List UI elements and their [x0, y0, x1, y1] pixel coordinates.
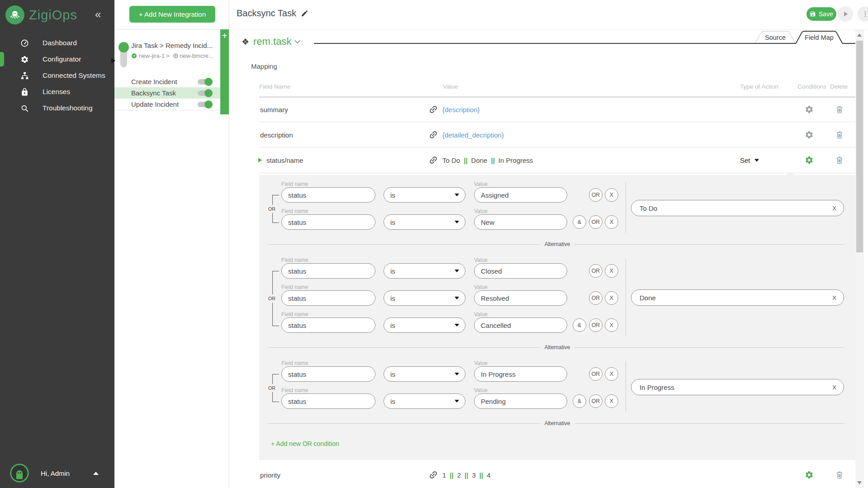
add-task-button[interactable]: +	[220, 31, 229, 40]
sidebar-item-configurator[interactable]: Configurator	[0, 51, 114, 67]
condition-field-input[interactable]: status	[281, 317, 375, 333]
remove-condition-button[interactable]: X	[605, 394, 618, 408]
conditions-gear-icon[interactable]	[805, 470, 814, 479]
user-menu[interactable]: Hi, Admin	[10, 464, 99, 483]
remove-condition-button[interactable]: X	[605, 188, 618, 202]
link-value-icon[interactable]	[428, 470, 438, 480]
sidebar-item-dashboard[interactable]: Dashboard	[0, 35, 114, 51]
task-toggle[interactable]	[198, 79, 211, 85]
scrollbar-thumb[interactable]	[856, 41, 863, 252]
condition-field-input[interactable]: status	[281, 366, 375, 382]
condition-operator-select[interactable]: is	[384, 393, 465, 409]
condition-field-input[interactable]: status	[281, 187, 375, 203]
condition-value-input[interactable]: Resolved	[474, 290, 567, 306]
task-toggle[interactable]	[198, 102, 211, 107]
delete-row-icon[interactable]	[835, 156, 844, 165]
more-options-button[interactable]	[858, 6, 868, 22]
integration-card[interactable]: Jira Task > Remedy Incid... new-jira-1 >…	[114, 29, 220, 76]
condition-value-input[interactable]: Cancelled	[474, 317, 567, 333]
edit-title-icon[interactable]	[301, 9, 308, 17]
condition-output-input[interactable]: To DoX	[631, 200, 844, 216]
add-new-integration-button[interactable]: + Add New Integration	[129, 6, 215, 23]
or-button[interactable]: OR	[589, 318, 602, 332]
sidebar-item-licenses[interactable]: Licenses	[0, 84, 114, 100]
remove-condition-button[interactable]: X	[605, 367, 618, 381]
value-separator: ||	[465, 471, 468, 479]
type-of-action-dropdown[interactable]: Set	[740, 156, 759, 164]
mapped-value[interactable]: To Do||Done||In Progress	[442, 156, 533, 164]
delete-row-icon[interactable]	[835, 105, 844, 114]
panel-collapse-handle-icon[interactable]	[111, 58, 115, 63]
condition-operator-select[interactable]: is	[384, 366, 465, 382]
or-button[interactable]: OR	[589, 215, 602, 229]
remove-condition-button[interactable]: X	[605, 215, 618, 229]
task-label: Create Incident	[131, 78, 177, 85]
save-button[interactable]: Save	[806, 7, 836, 21]
link-value-icon[interactable]	[428, 155, 438, 165]
integration-task-backsync-task[interactable]: Backsync Task	[114, 87, 220, 99]
scroll-down-icon[interactable]	[857, 481, 862, 484]
chevron-down-icon[interactable]	[295, 38, 301, 43]
condition-field-input[interactable]: status	[281, 290, 375, 306]
remove-condition-button[interactable]: X	[605, 318, 618, 332]
link-value-icon[interactable]	[428, 104, 438, 114]
conditions-gear-icon[interactable]	[805, 156, 814, 165]
mapped-value[interactable]: {description}	[442, 106, 480, 114]
and-button[interactable]: &	[573, 394, 586, 408]
condition-value-input[interactable]: In Progress	[474, 366, 567, 382]
run-integration-button[interactable]	[838, 6, 853, 22]
condition-output-input[interactable]: DoneX	[631, 289, 844, 306]
value-label: Value	[474, 257, 488, 263]
clear-output-icon[interactable]: X	[832, 384, 836, 391]
condition-operator-select[interactable]: is	[384, 317, 465, 333]
or-button[interactable]: OR	[589, 264, 602, 278]
user-menu-caret-icon[interactable]	[93, 472, 99, 475]
sidebar-collapse-icon[interactable]: «	[95, 8, 101, 21]
condition-field-input[interactable]: status	[281, 393, 375, 409]
integration-task-update-incident[interactable]: Update Incident	[114, 99, 220, 110]
and-button[interactable]: &	[573, 318, 586, 332]
task-toggle[interactable]	[198, 90, 211, 96]
octopus-logo-icon	[5, 5, 24, 24]
kebab-icon	[861, 10, 868, 18]
condition-operator-select[interactable]: is	[384, 263, 465, 279]
tab-field-map[interactable]: Field Map	[795, 31, 843, 44]
sidebar-item-troubleshooting[interactable]: Troubleshooting	[0, 100, 114, 116]
or-button[interactable]: OR	[589, 367, 602, 381]
condition-field-input[interactable]: status	[281, 214, 375, 230]
entity-selector[interactable]: ❖ rem.task	[242, 36, 302, 47]
integration-task-create-incident[interactable]: Create Incident	[114, 76, 220, 87]
clear-output-icon[interactable]: X	[832, 205, 836, 212]
sidebar-item-connected-systems[interactable]: Connected Systems	[0, 67, 114, 84]
condition-value-input[interactable]: Assigned	[474, 187, 567, 203]
tab-source[interactable]: Source	[754, 31, 796, 44]
condition-operator-select[interactable]: is	[384, 187, 465, 203]
scroll-up-icon[interactable]	[857, 33, 862, 37]
or-button[interactable]: OR	[589, 291, 602, 305]
mapped-value[interactable]: 1||2||3||4	[442, 471, 491, 479]
conditions-gear-icon[interactable]	[805, 130, 814, 139]
expand-row-icon[interactable]	[258, 158, 262, 162]
app-logo: ZigiOps	[5, 5, 77, 24]
condition-value-input[interactable]: New	[474, 214, 567, 230]
clear-output-icon[interactable]: X	[832, 294, 836, 301]
condition-operator-select[interactable]: is	[384, 214, 465, 230]
link-value-icon[interactable]	[428, 130, 438, 140]
condition-field-input[interactable]: status	[281, 263, 375, 279]
or-button[interactable]: OR	[589, 188, 602, 202]
delete-row-icon[interactable]	[835, 130, 844, 139]
conditions-gear-icon[interactable]	[805, 105, 814, 114]
integration-toggle[interactable]	[120, 44, 127, 67]
scrollbar[interactable]	[855, 30, 864, 488]
or-button[interactable]: OR	[589, 394, 602, 408]
remove-condition-button[interactable]: X	[605, 291, 618, 305]
delete-row-icon[interactable]	[835, 470, 844, 479]
condition-output-input[interactable]: In ProgressX	[631, 379, 844, 395]
add-or-condition-link[interactable]: + Add new OR condition	[271, 440, 339, 447]
condition-value-input[interactable]: Pending	[474, 393, 567, 409]
condition-value-input[interactable]: Closed	[474, 263, 567, 279]
and-button[interactable]: &	[573, 215, 586, 229]
remove-condition-button[interactable]: X	[605, 264, 618, 278]
condition-operator-select[interactable]: is	[384, 290, 465, 306]
mapped-value[interactable]: {detailed_decription}	[442, 131, 504, 138]
